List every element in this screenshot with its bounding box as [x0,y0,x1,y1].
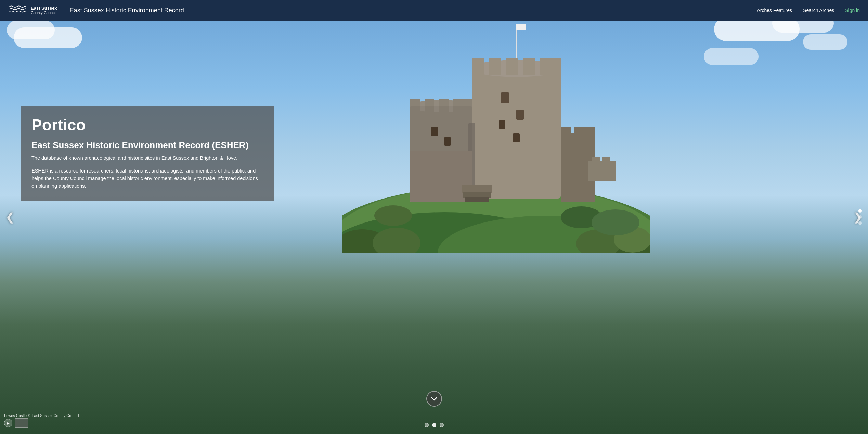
bottom-pagination-dots [425,423,444,427]
sign-in-link[interactable]: Sign in [845,8,860,13]
logo-area[interactable]: East Sussex County Council [8,3,57,17]
bottom-dot-1[interactable] [425,423,429,427]
nav-links: Arches Features Search Arches Sign in [757,8,860,13]
svg-rect-15 [523,58,535,75]
logo-line2: County Council [31,11,57,15]
hero-section: Portico East Sussex Historic Environment… [0,0,868,434]
cloud-5 [803,34,847,50]
hero-background [0,0,868,434]
bottom-dot-3[interactable] [440,423,444,427]
svg-rect-43 [465,197,489,202]
svg-rect-49 [602,157,610,169]
svg-point-44 [374,205,412,226]
svg-rect-21 [513,133,520,142]
svg-rect-18 [501,92,509,103]
castle-image [342,14,650,253]
arches-features-link[interactable]: Arches Features [757,8,792,13]
svg-rect-20 [499,120,505,129]
slide-description-1: The database of known archaeological and… [31,155,263,162]
logo-line1: East Sussex [31,5,57,11]
scroll-down-button[interactable] [426,391,442,407]
svg-rect-13 [489,58,501,75]
svg-rect-38 [516,24,526,30]
svg-rect-34 [561,127,571,140]
slide-title: Portico [31,116,263,134]
prev-slide-button[interactable]: ❮ [5,210,15,224]
svg-rect-14 [506,58,518,75]
svg-rect-48 [592,157,600,169]
escc-logo [8,3,27,17]
slide-description-2: ESHER is a resource for researchers, loc… [31,167,263,190]
slide-dot-3[interactable] [858,221,862,225]
slide-dot-2[interactable] [858,215,862,219]
svg-rect-50 [8,3,27,17]
photo-credit: Lewes Castle © East Sussex County Counci… [4,413,79,418]
slide-subtitle: East Sussex Historic Environment Record … [31,140,263,151]
bottom-dot-2[interactable] [432,423,436,427]
navbar: East Sussex County Council East Sussex H… [0,0,868,21]
slide-dot-1[interactable] [858,209,862,213]
svg-rect-35 [574,127,585,140]
search-arches-link[interactable]: Search Arches [803,8,834,13]
svg-rect-17 [549,58,561,75]
navbar-divider [60,5,60,15]
cloud-2 [7,21,55,39]
cloud-6 [704,48,759,65]
slide-dots-sidebar [858,209,862,225]
slideshow-controls: ▶ [4,418,28,428]
chevron-down-icon [430,395,438,403]
site-title: East Sussex Historic Environment Record [70,7,184,14]
svg-point-46 [592,209,639,235]
logo-text: East Sussex County Council [31,5,57,15]
svg-rect-12 [472,58,484,75]
play-button[interactable]: ▶ [4,419,12,427]
svg-rect-36 [585,127,595,140]
text-overlay: Portico East Sussex Historic Environment… [21,106,274,201]
svg-rect-19 [516,110,524,120]
slideshow-thumbnail[interactable] [15,418,28,428]
